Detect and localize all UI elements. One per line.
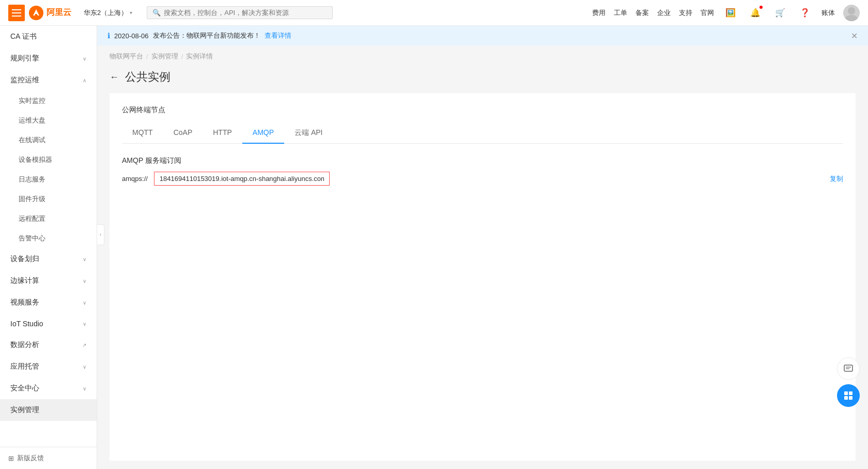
amqp-field: amqps:// 复制	[122, 172, 843, 186]
breadcrumb: 物联网平台 / 实例管理 / 实例详情	[97, 46, 868, 61]
chevron-down-icon: ∨	[83, 364, 86, 370]
amqp-section-label: AMQP 服务端订阅	[122, 156, 843, 165]
sidebar-item-app-hosting[interactable]: 应用托管 ∨	[0, 356, 97, 377]
sidebar-item-video[interactable]: 视频服务 ∨	[0, 292, 97, 313]
feedback-icon: ⊞	[8, 455, 14, 462]
sidebar-item-ca[interactable]: CA 证书	[0, 26, 97, 48]
avatar[interactable]	[843, 5, 860, 21]
info-icon: ℹ	[107, 32, 110, 40]
tab-coap[interactable]: CoAP	[163, 123, 203, 144]
external-link-icon: ↗	[82, 342, 86, 348]
chevron-down-icon: ∨	[83, 321, 86, 327]
tab-http[interactable]: HTTP	[203, 123, 242, 144]
sidebar-item-rules[interactable]: 规则引擎 ∨	[0, 48, 97, 69]
float-buttons	[837, 357, 860, 407]
sidebar-item-instance-mgmt[interactable]: 实例管理	[0, 399, 97, 421]
nav-enterprise[interactable]: 企业	[657, 8, 671, 18]
announcement-date: 2020-08-06	[114, 32, 149, 40]
svg-point-1	[845, 15, 858, 21]
sidebar-item-log[interactable]: 日志服务	[0, 170, 97, 189]
grid-float-button[interactable]	[837, 384, 860, 407]
notification-badge	[760, 6, 763, 9]
sidebar-item-device-group[interactable]: 设备划归 ∨	[0, 248, 97, 270]
sidebar-collapse-button[interactable]: ‹	[97, 224, 104, 245]
breadcrumb-current: 实例详情	[186, 52, 213, 61]
logo: 阿里云	[29, 6, 71, 20]
sidebar-item-data-analysis[interactable]: 数据分析 ↗	[0, 334, 97, 356]
amqp-copy-button[interactable]: 复制	[830, 174, 843, 184]
nav-record[interactable]: 备案	[636, 8, 649, 18]
search-bar[interactable]: 🔍	[147, 6, 333, 19]
sidebar-item-iot-studio[interactable]: IoT Studio ∨	[0, 313, 97, 334]
amqp-prefix: amqps://	[122, 175, 148, 183]
page-title: 公共实例	[125, 69, 171, 85]
section-label: 公网终端节点	[122, 105, 843, 115]
sidebar-item-debug[interactable]: 在线调试	[0, 130, 97, 150]
chevron-down-icon: ∨	[83, 300, 86, 306]
search-icon: 🔍	[152, 9, 161, 17]
sidebar-item-edge[interactable]: 边缘计算 ∨	[0, 270, 97, 292]
nav-ticket[interactable]: 工单	[614, 8, 627, 18]
tabs: MQTT CoAP HTTP AMQP 云端 API	[122, 123, 843, 144]
amqp-section: AMQP 服务端订阅 amqps:// 复制	[122, 156, 843, 186]
hamburger-menu[interactable]	[8, 5, 25, 21]
image-icon-btn[interactable]: 🖼️	[722, 5, 739, 21]
chevron-down-icon: ∨	[83, 256, 86, 262]
sidebar: CA 证书 规则引擎 ∨ 监控运维 ∧ 实时监控 运维大盘 在线调试 设备模拟器…	[0, 26, 97, 469]
announcement-link[interactable]: 查看详情	[265, 31, 291, 40]
sidebar-item-firmware[interactable]: 固件升级	[0, 189, 97, 209]
chevron-down-icon: ∨	[83, 386, 86, 391]
svg-rect-8	[849, 396, 853, 400]
svg-point-0	[848, 7, 855, 14]
tab-amqp[interactable]: AMQP	[242, 123, 284, 144]
breadcrumb-sep-2: /	[181, 53, 183, 60]
amqp-input[interactable]	[154, 172, 330, 186]
top-nav: 阿里云 华东2（上海） ▾ 🔍 费用 工单 备案 企业 支持 官网 🖼️ 🔔 🛒…	[0, 0, 868, 26]
nav-official[interactable]: 官网	[701, 8, 714, 18]
cart-icon-btn[interactable]: 🛒	[772, 5, 788, 21]
chevron-down-icon: ∧	[83, 78, 86, 83]
close-icon[interactable]: ✕	[851, 31, 858, 41]
announcement-text: 发布公告：物联网平台新功能发布！	[153, 31, 260, 40]
announcement-banner: ℹ 2020-08-06 发布公告：物联网平台新功能发布！ 查看详情 ✕	[97, 26, 868, 46]
tab-cloud-api[interactable]: 云端 API	[284, 123, 333, 144]
back-button[interactable]: ←	[110, 72, 119, 83]
nav-actions: 费用 工单 备案 企业 支持 官网 🖼️ 🔔 🛒 ❓ 账体	[592, 5, 860, 21]
page-header: ← 公共实例	[97, 61, 868, 85]
sidebar-footer-feedback[interactable]: ⊞ 新版反馈	[0, 447, 97, 469]
sidebar-item-alarm[interactable]: 告警中心	[0, 229, 97, 248]
logo-icon	[29, 6, 43, 20]
tab-mqtt[interactable]: MQTT	[122, 123, 163, 144]
svg-rect-5	[844, 391, 848, 395]
svg-rect-6	[849, 391, 853, 395]
nav-fee[interactable]: 费用	[592, 8, 606, 18]
sidebar-item-dashboard[interactable]: 运维大盘	[0, 111, 97, 130]
sidebar-item-simulator[interactable]: 设备模拟器	[0, 150, 97, 170]
svg-rect-2	[844, 365, 853, 371]
nav-user-label[interactable]: 账体	[822, 8, 835, 18]
notification-icon-btn[interactable]: 🔔	[747, 5, 764, 21]
svg-rect-7	[844, 396, 848, 400]
sidebar-item-remote-config[interactable]: 远程配置	[0, 209, 97, 229]
search-input[interactable]	[164, 9, 327, 17]
content-card: 公网终端节点 MQTT CoAP HTTP AMQP 云端 API AMQP 服…	[110, 93, 856, 461]
region-label: 华东2（上海）	[84, 8, 128, 18]
region-selector[interactable]: 华东2（上海） ▾	[80, 6, 136, 20]
breadcrumb-iot[interactable]: 物联网平台	[110, 52, 143, 61]
help-icon-btn[interactable]: ❓	[797, 5, 813, 21]
layout: CA 证书 规则引擎 ∨ 监控运维 ∧ 实时监控 运维大盘 在线调试 设备模拟器…	[0, 0, 868, 469]
logo-text: 阿里云	[47, 7, 71, 18]
chevron-down-icon: ▾	[130, 10, 132, 16]
chat-float-button[interactable]	[837, 357, 860, 380]
main-content: ℹ 2020-08-06 发布公告：物联网平台新功能发布！ 查看详情 ✕ 物联网…	[97, 26, 868, 469]
chevron-down-icon: ∨	[83, 56, 86, 62]
sidebar-item-realtime[interactable]: 实时监控	[0, 91, 97, 111]
nav-support[interactable]: 支持	[679, 8, 692, 18]
sidebar-item-security[interactable]: 安全中心 ∨	[0, 377, 97, 399]
chevron-down-icon: ∨	[83, 278, 86, 284]
sidebar-item-monitoring[interactable]: 监控运维 ∧	[0, 69, 97, 91]
breadcrumb-instance[interactable]: 实例管理	[151, 52, 178, 61]
breadcrumb-sep-1: /	[146, 53, 148, 60]
